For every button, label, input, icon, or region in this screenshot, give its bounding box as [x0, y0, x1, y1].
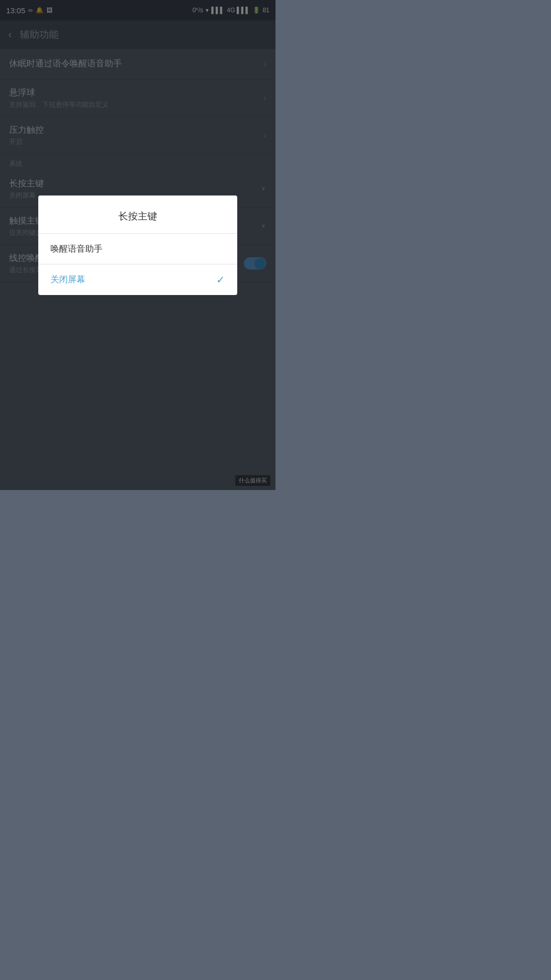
option-close-screen-label: 关闭屏幕: [51, 274, 85, 285]
dialog-option-wake-voice[interactable]: 唤醒语音助手: [38, 233, 237, 264]
dialog-title: 长按主键: [38, 195, 237, 233]
check-icon: ✓: [216, 274, 225, 286]
dialog: 长按主键 唤醒语音助手 关闭屏幕 ✓: [38, 195, 237, 295]
option-wake-voice-label: 唤醒语音助手: [51, 243, 103, 255]
dialog-overlay[interactable]: 长按主键 唤醒语音助手 关闭屏幕 ✓: [0, 0, 276, 490]
dialog-option-close-screen[interactable]: 关闭屏幕 ✓: [38, 264, 237, 295]
dialog-options: 唤醒语音助手 关闭屏幕 ✓: [38, 233, 237, 295]
